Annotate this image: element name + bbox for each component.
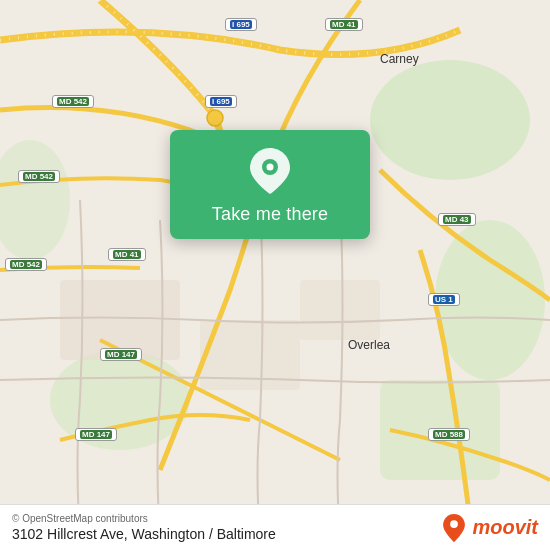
bottom-left: © OpenStreetMap contributors 3102 Hillcr… <box>12 513 276 542</box>
address-text: 3102 Hillcrest Ave, Washington / Baltimo… <box>12 526 276 542</box>
road-badge-md542-3: MD 542 <box>5 258 47 271</box>
road-badge-md542-2: MD 542 <box>18 170 60 183</box>
road-badge-md147-1: MD 147 <box>100 348 142 361</box>
road-badge-md41-top: MD 41 <box>325 18 363 31</box>
place-label-overlea: Overlea <box>348 338 390 352</box>
svg-rect-8 <box>300 280 380 340</box>
road-badge-md41-mid: MD 41 <box>108 248 146 261</box>
road-badge-us1: US 1 <box>428 293 460 306</box>
moovit-pin-icon <box>440 514 468 542</box>
road-badge-md147-2: MD 147 <box>75 428 117 441</box>
take-me-there-button[interactable]: Take me there <box>212 204 328 225</box>
road-badge-md542-1: MD 542 <box>52 95 94 108</box>
bottom-bar: © OpenStreetMap contributors 3102 Hillcr… <box>0 504 550 550</box>
location-card: Take me there <box>170 130 370 239</box>
road-badge-md43: MD 43 <box>438 213 476 226</box>
svg-point-1 <box>370 60 530 180</box>
road-badge-i695-mid: I 695 <box>205 95 237 108</box>
map-container: I 695 I 695 MD 41 MD 542 MD 542 MD 542 M… <box>0 0 550 550</box>
road-badge-i695-top: I 695 <box>225 18 257 31</box>
place-label-carney: Carney <box>380 52 419 66</box>
map-svg <box>0 0 550 550</box>
location-pin-icon <box>247 148 293 194</box>
moovit-logo: moovit <box>440 514 538 542</box>
svg-point-11 <box>267 164 274 171</box>
road-badge-md588: MD 588 <box>428 428 470 441</box>
moovit-brand-text: moovit <box>472 516 538 539</box>
svg-point-3 <box>50 350 190 450</box>
svg-point-12 <box>451 520 459 528</box>
svg-point-9 <box>207 110 223 126</box>
osm-credit: © OpenStreetMap contributors <box>12 513 276 524</box>
